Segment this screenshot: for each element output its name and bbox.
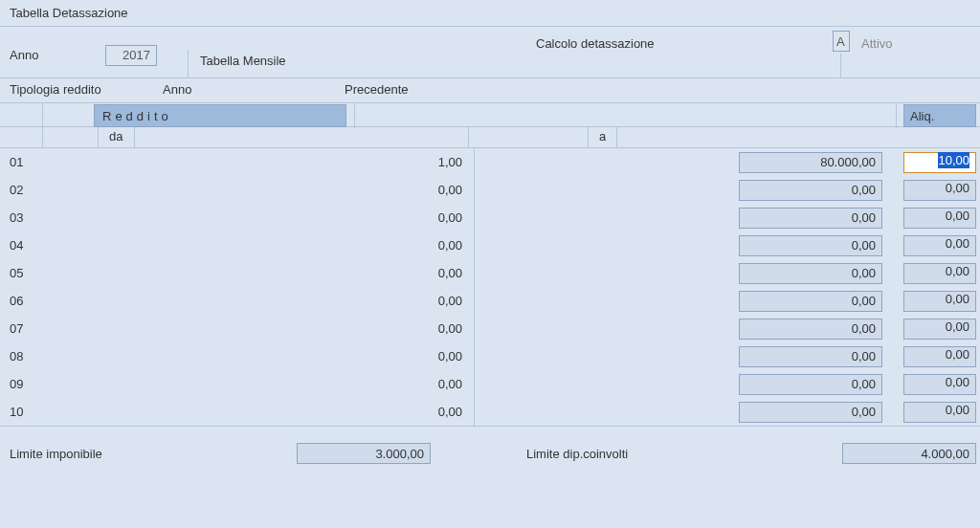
cell-spacer: [475, 398, 733, 426]
cell-da[interactable]: 0,00: [42, 176, 475, 204]
cell-da[interactable]: 0,00: [42, 370, 475, 398]
limite-dip-input[interactable]: [842, 443, 976, 464]
cell-da[interactable]: 0,00: [42, 342, 475, 370]
table-row: 020,000,00: [0, 176, 980, 204]
da-a-divider: [616, 127, 617, 148]
cell-spacer: [475, 259, 733, 287]
row-number: 08: [10, 349, 42, 363]
da-label: da: [103, 129, 128, 143]
cell-spacer: [475, 148, 733, 176]
cell-spacer: [475, 342, 733, 370]
limite-imponibile-label: Limite imponibile: [10, 447, 297, 461]
row-number: 09: [10, 377, 42, 391]
da-a-divider: [134, 127, 135, 148]
table-row: 060,000,00: [0, 287, 980, 315]
cell-a-input[interactable]: [739, 291, 882, 312]
tab-tabella-mensile[interactable]: Tabella Mensile: [196, 54, 290, 68]
table-body: 011,0010,00020,000,00030,000,00040,000,0…: [0, 148, 980, 427]
cell-da[interactable]: 0,00: [42, 259, 475, 287]
cell-aliq-input[interactable]: 0,00: [903, 180, 976, 201]
cell-spacer: [475, 204, 733, 231]
cell-spacer: [475, 231, 733, 259]
cell-aliq-input[interactable]: 0,00: [903, 402, 976, 423]
band-divider: [896, 103, 897, 128]
cell-a-input[interactable]: [739, 208, 882, 229]
row-number: 05: [10, 266, 42, 280]
cell-a-input[interactable]: [739, 402, 882, 423]
limite-dip-label: Limite dip.coinvolti: [526, 447, 794, 461]
cell-aliq-input[interactable]: 0,00: [903, 319, 976, 340]
table-row: 030,000,00: [0, 204, 980, 231]
cell-a-input[interactable]: [739, 152, 882, 173]
cell-a-input[interactable]: [739, 346, 882, 367]
header-row: Anno Tabella Mensile Calcolo detassazion…: [0, 27, 980, 78]
table-row: 100,000,00: [0, 398, 980, 426]
cell-da[interactable]: 0,00: [42, 231, 475, 259]
band-divider: [42, 103, 43, 128]
da-a-divider: [588, 127, 589, 148]
cell-spacer: [475, 287, 733, 315]
window-title: Tabella Detassazione: [0, 0, 980, 27]
cell-da[interactable]: 0,00: [42, 204, 475, 231]
tipologia-label: Tipologia reddito: [10, 82, 153, 97]
cell-a-input[interactable]: [739, 319, 882, 340]
a-label: a: [593, 129, 612, 143]
calcolo-label: Calcolo detassazione: [536, 36, 655, 51]
cell-aliq-input[interactable]: 0,00: [903, 208, 976, 229]
cell-aliq-input[interactable]: 10,00: [903, 152, 976, 173]
cell-spacer: [475, 176, 733, 204]
cell-da[interactable]: 0,00: [42, 315, 475, 342]
precedente-label: Precedente: [345, 82, 409, 97]
row-number: 06: [10, 294, 42, 308]
table-row: 040,000,00: [0, 231, 980, 259]
calcolo-code-input[interactable]: [833, 31, 850, 52]
row-number: 07: [10, 321, 42, 336]
row-number: 10: [10, 405, 42, 419]
calcolo-status: Attivo: [861, 36, 893, 51]
anno-label: Anno: [10, 48, 96, 62]
column-bands: Reddito Aliq.: [0, 102, 980, 127]
row-number: 04: [10, 238, 42, 253]
table-row: 070,000,00: [0, 315, 980, 342]
table-row: 080,000,00: [0, 342, 980, 370]
row-number: 02: [10, 183, 42, 197]
cell-spacer: [475, 315, 733, 342]
table-row: 090,000,00: [0, 370, 980, 398]
table-row: 050,000,00: [0, 259, 980, 287]
cell-a-input[interactable]: [739, 374, 882, 395]
anno-input[interactable]: [105, 45, 157, 66]
cell-a-input[interactable]: [739, 235, 882, 256]
footer-row: Limite imponibile Limite dip.coinvolti: [0, 427, 980, 480]
row-number: 03: [10, 210, 42, 225]
cell-a-input[interactable]: [739, 263, 882, 284]
da-a-divider: [98, 127, 99, 148]
cell-da[interactable]: 0,00: [42, 398, 475, 426]
cell-aliq-input[interactable]: 0,00: [903, 374, 976, 395]
da-a-divider: [468, 127, 469, 148]
da-a-divider: [42, 127, 43, 148]
da-a-row: da a: [0, 127, 980, 148]
anno-sub-label: Anno: [163, 82, 335, 97]
cell-aliq-input[interactable]: 0,00: [903, 346, 976, 367]
tab-divider: [188, 50, 189, 78]
row-number: 01: [10, 155, 42, 169]
subheader-row: Tipologia reddito Anno Precedente: [0, 78, 980, 102]
cell-aliq-input[interactable]: 0,00: [903, 291, 976, 312]
cell-a-input[interactable]: [739, 180, 882, 201]
cell-aliq-input[interactable]: 0,00: [903, 263, 976, 284]
band-reddito: Reddito: [94, 104, 346, 127]
cell-da[interactable]: 1,00: [42, 148, 475, 176]
table-row: 011,0010,00: [0, 148, 980, 176]
cell-da[interactable]: 0,00: [42, 287, 475, 315]
cell-spacer: [475, 370, 733, 398]
band-aliq: Aliq.: [903, 104, 976, 127]
limite-imponibile-input[interactable]: [297, 443, 431, 464]
calc-divider: [840, 54, 841, 78]
cell-aliq-input[interactable]: 0,00: [903, 235, 976, 256]
band-divider: [354, 103, 355, 128]
